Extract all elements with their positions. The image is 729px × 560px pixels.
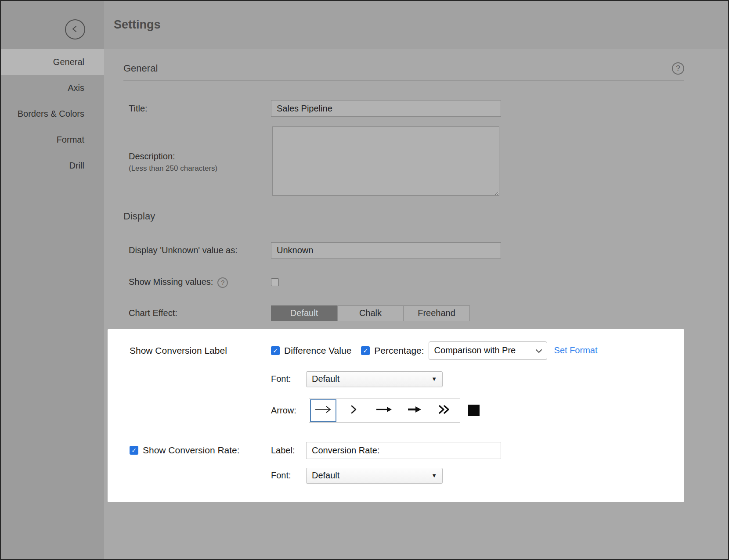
missing-values-checkbox[interactable] — [271, 278, 279, 286]
general-section-head: General ? — [123, 62, 684, 75]
sidebar-item-general[interactable]: General — [1, 49, 104, 75]
bold-arrow-icon — [407, 405, 422, 416]
sidebar-item-drill[interactable]: Drill — [1, 153, 104, 179]
unknown-value-input[interactable] — [271, 242, 501, 258]
label-font-row: Font: Default ▼ — [130, 371, 684, 387]
show-conversion-label: Show Conversion Label — [130, 345, 271, 356]
arrow-style-picker — [309, 398, 460, 423]
unknown-value-label: Display 'Unknown' value as: — [129, 245, 271, 255]
rate-font-row: Font: Default ▼ — [130, 468, 684, 484]
solid-head-arrow-icon — [375, 405, 393, 416]
chevron-down-icon — [535, 345, 542, 355]
set-format-link[interactable]: Set Format — [554, 345, 598, 355]
settings-dialog: General Axis Borders & Colors Format Dri… — [0, 0, 729, 560]
unknown-value-row: Display 'Unknown' value as: — [129, 242, 684, 258]
checkmark-icon: ✓ — [363, 347, 368, 354]
sidebar-nav: General Axis Borders & Colors Format Dri… — [1, 49, 104, 179]
missing-values-label: Show Missing values:? — [129, 277, 271, 288]
sidebar-item-axis[interactable]: Axis — [1, 75, 104, 101]
arrow-option-bold-arrow[interactable] — [399, 399, 429, 422]
chart-effect-freehand[interactable]: Freehand — [404, 305, 470, 321]
section-divider — [123, 228, 684, 228]
rate-font-dropdown[interactable]: Default ▼ — [306, 468, 443, 484]
difference-value-label: Difference Value — [284, 345, 351, 356]
show-conversion-rate-checkbox[interactable]: ✓ — [130, 446, 138, 455]
thin-arrow-icon — [314, 405, 332, 416]
dropdown-arrow-icon: ▼ — [431, 472, 437, 479]
missing-values-row: Show Missing values:? — [129, 277, 684, 288]
description-row: Description: (Less than 250 characters) — [129, 126, 684, 197]
arrow-label: Arrow: — [271, 406, 309, 416]
chart-effect-segmented-control: Default Chalk Freehand — [271, 305, 684, 321]
sidebar-item-borders-colors[interactable]: Borders & Colors — [1, 101, 104, 127]
conversion-settings-panel: Show Conversion Label ✓ Difference Value… — [108, 329, 684, 502]
chart-effect-row: Chart Effect: Default Chalk Freehand — [129, 305, 684, 321]
checkmark-icon: ✓ — [131, 447, 137, 454]
display-section-head: Display — [123, 211, 684, 222]
arrow-option-chevron[interactable] — [338, 399, 368, 422]
rate-label-label: Label: — [271, 445, 306, 456]
back-button[interactable] — [65, 19, 85, 39]
arrow-option-double-chevron[interactable] — [429, 399, 459, 422]
title-row: Title: — [129, 100, 684, 117]
chart-effect-default[interactable]: Default — [271, 305, 337, 321]
comparison-select[interactable]: Comparison with Pre — [429, 341, 547, 360]
difference-value-checkbox[interactable]: ✓ — [271, 346, 280, 355]
arrow-row: Arrow: — [130, 398, 684, 423]
chart-effect-chalk[interactable]: Chalk — [337, 305, 404, 321]
general-section-title: General — [123, 63, 158, 74]
arrow-option-solid-head-arrow[interactable] — [368, 399, 399, 422]
label-font-dropdown[interactable]: Default ▼ — [306, 371, 443, 387]
description-hint: (Less than 250 characters) — [129, 164, 271, 173]
settings-sidebar: General Axis Borders & Colors Format Dri… — [1, 1, 104, 559]
title-label: Title: — [129, 104, 271, 114]
font-label: Font: — [271, 374, 306, 384]
help-icon[interactable]: ? — [672, 62, 684, 75]
conversion-label-row: Show Conversion Label ✓ Difference Value… — [130, 341, 684, 360]
percentage-label: Percentage: — [374, 345, 424, 356]
chevron-arrow-icon — [349, 404, 358, 416]
double-chevron-icon — [437, 404, 451, 416]
settings-main: Settings General ? Title: Description: (… — [104, 1, 729, 559]
section-divider — [123, 80, 684, 81]
sidebar-item-format[interactable]: Format — [1, 127, 104, 153]
chevron-left-icon — [71, 25, 79, 35]
sidebar-header — [1, 1, 104, 49]
font-label: Font: — [271, 470, 306, 481]
arrow-color-swatch[interactable] — [468, 405, 480, 416]
show-conversion-rate-label: Show Conversion Rate: — [143, 445, 240, 456]
footer-divider — [115, 526, 684, 526]
description-textarea[interactable] — [272, 126, 499, 196]
dialog-title: Settings — [104, 1, 729, 49]
help-icon[interactable]: ? — [217, 277, 228, 288]
description-label: Description: — [129, 151, 271, 162]
title-input[interactable] — [271, 100, 501, 117]
percentage-checkbox[interactable]: ✓ — [361, 346, 370, 355]
conversion-rate-row: ✓ Show Conversion Rate: Label: — [130, 442, 684, 459]
dropdown-arrow-icon: ▼ — [431, 376, 437, 382]
comparison-select-value: Comparison with Pre — [434, 345, 535, 355]
settings-content: General ? Title: Description: (Less than… — [104, 49, 729, 559]
display-section-title: Display — [123, 211, 155, 222]
rate-font-value: Default — [312, 470, 339, 481]
chart-effect-label: Chart Effect: — [129, 308, 271, 318]
checkmark-icon: ✓ — [273, 347, 278, 354]
label-font-value: Default — [312, 374, 339, 384]
arrow-option-thin-arrow[interactable] — [310, 399, 336, 422]
conversion-rate-label-input[interactable] — [306, 442, 501, 459]
